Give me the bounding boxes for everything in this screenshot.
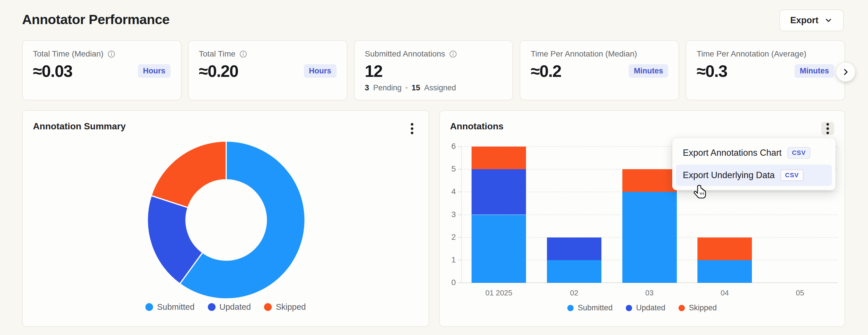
axis-tick [458,169,461,170]
stat-title: Time Per Annotation (Median) [531,49,637,59]
donut-legend: SubmittedUpdatedSkipped [23,302,429,312]
info-icon[interactable] [449,50,457,58]
legend-item-submitted[interactable]: Submitted [567,303,613,312]
legend-item-updated[interactable]: Updated [208,302,251,312]
bar-segment-updated [547,238,601,260]
axis-tick [458,282,461,283]
unit-badge: Hours [138,64,170,78]
legend-label: Submitted [578,303,613,312]
export-button[interactable]: Export [779,9,844,31]
axis-tick [458,191,461,192]
stat-card-total-time: Total Time ≈0.20 Hours [188,40,347,100]
stat-card-time-per-annotation-median: Time Per Annotation (Median) ≈0.2 Minute… [520,40,679,100]
csv-badge: CSV [787,147,810,159]
export-context-menu: Export Annotations Chart CSV Export Unde… [672,138,836,190]
pending-label: Pending [373,84,402,92]
y-axis-line [461,147,462,283]
legend-item-submitted[interactable]: Submitted [145,302,195,312]
csv-badge: CSV [781,170,804,181]
info-icon[interactable] [239,50,247,58]
y-axis-label: 1 [441,255,456,265]
stat-value: 12 [365,61,383,81]
x-axis-label: 05 [796,288,804,298]
stat-card-submitted-annotations: Submitted Annotations 12 3 Pending • 15 … [354,40,514,100]
legend-item-updated[interactable]: Updated [626,303,665,312]
stat-title: Total Time [199,49,236,59]
legend-dot [208,303,216,311]
legend-label: Updated [636,303,665,312]
bar-segment-submitted [622,192,677,283]
bar-segment-submitted [698,260,752,283]
y-axis-label: 4 [441,187,456,196]
x-axis-label: 04 [721,288,729,298]
bar-segment-skipped [622,169,677,192]
annotation-summary-card: Annotation Summary SubmittedUpdatedSkipp… [22,110,429,327]
bar-segment-submitted [471,215,526,283]
legend-item-skipped[interactable]: Skipped [264,302,306,312]
legend-dot [626,305,632,311]
annotation-summary-title: Annotation Summary [33,121,126,132]
assigned-label: Assigned [424,84,456,92]
stat-card-time-per-annotation-average: Time Per Annotation (Average) ≈0.3 Minut… [686,40,845,100]
stat-value: ≈0.20 [199,61,238,81]
stat-card-total-time-median: Total Time (Median) ≈0.03 Hours [22,40,182,100]
legend-label: Skipped [276,302,306,312]
x-axis-label: 03 [645,288,654,298]
stat-value: ≈0.03 [33,61,72,81]
stat-value: ≈0.2 [531,61,561,81]
carousel-next-button[interactable] [836,62,856,82]
legend-dot [145,303,153,311]
legend-dot [264,303,272,311]
legend-dot [567,305,574,311]
export-button-label: Export [790,15,818,26]
bar-segment-submitted [547,260,601,283]
annotations-card: Annotations 012345601 202502030405 Submi… [439,110,845,327]
y-axis-label: 3 [441,210,456,219]
pending-count: 3 [365,84,369,92]
unit-badge: Hours [304,64,337,78]
axis-tick [458,260,461,261]
donut-slice-skipped [151,141,226,208]
y-axis-label: 5 [441,164,456,174]
bar-segment-skipped [471,147,526,169]
menu-item-label: Export Annotations Chart [683,148,782,158]
info-icon[interactable] [107,50,115,58]
bar-segment-skipped [698,238,752,260]
chevron-right-icon [841,68,850,76]
menu-item-label: Export Underlying Data [683,170,775,180]
dot-separator: • [406,85,408,91]
legend-label: Submitted [157,302,195,312]
axis-tick [458,146,461,147]
legend-label: Updated [220,302,251,312]
stat-substats: 3 Pending • 15 Assigned [365,84,456,92]
stat-value: ≈0.3 [696,61,727,81]
annotation-summary-donut-chart [146,140,306,300]
unit-badge: Minutes [629,64,668,78]
stat-title: Total Time (Median) [33,49,103,59]
menu-item-export-underlying-data[interactable]: Export Underlying Data CSV [676,164,832,186]
annotator-performance-page: Annotator Performance Export Total Time … [0,0,868,335]
bar-segment-updated [471,169,526,215]
stat-title: Time Per Annotation (Average) [696,49,806,59]
y-axis-label: 2 [441,233,456,242]
page-title: Annotator Performance [22,11,169,27]
stats-row: Total Time (Median) ≈0.03 Hours Total Ti… [22,40,845,100]
more-options-button[interactable] [406,122,418,135]
y-axis-label: 0 [441,278,456,287]
y-axis-label: 6 [441,142,456,151]
legend-item-skipped[interactable]: Skipped [679,303,717,312]
x-axis-label: 01 2025 [485,288,512,298]
stat-title: Submitted Annotations [365,49,445,59]
chevron-down-icon [824,16,833,25]
x-axis-label: 02 [570,288,578,298]
charts-row: Annotation Summary SubmittedUpdatedSkipp… [22,110,845,327]
unit-badge: Minutes [795,64,834,78]
bar-legend: SubmittedUpdatedSkipped [440,303,844,312]
hand-pointer-cursor-icon [693,184,708,202]
assigned-count: 15 [412,84,420,92]
menu-item-export-annotations-chart[interactable]: Export Annotations Chart CSV [676,142,832,163]
axis-tick [458,215,461,215]
axis-tick [458,237,461,238]
legend-label: Skipped [689,303,717,312]
legend-dot [679,305,685,311]
